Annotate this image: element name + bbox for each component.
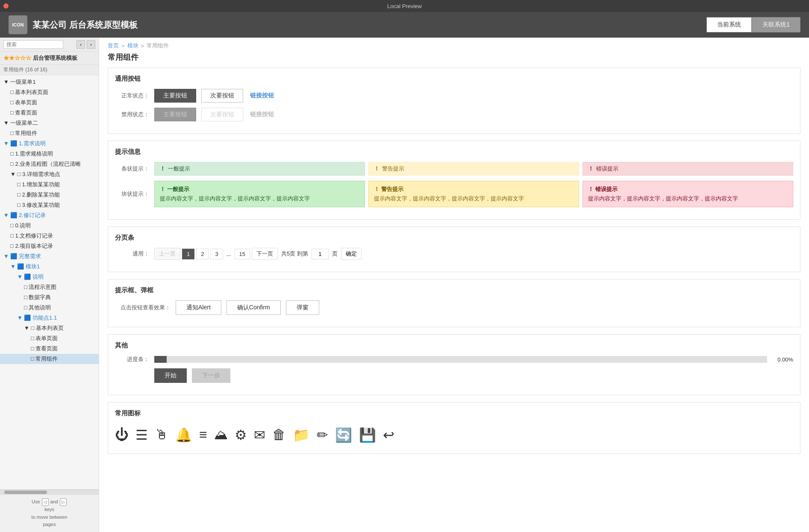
header-title: 某某公司 后台系统原型模板 <box>32 19 138 31</box>
tree-item-req-edit[interactable]: □ 3.修改某某功能 <box>0 200 99 210</box>
section-pagination: 分页条 通用： 上一页 1 2 3 ... 15 下一页 共5页 到第 页 <box>108 226 800 272</box>
progress-bar-container <box>154 356 767 363</box>
alert-block-error: ！ 错误提示 提示内容文字，提示内容文字，提示内容文字，提示内容文字 <box>582 181 793 207</box>
tab-current-system[interactable]: 当前系统 <box>706 17 752 32</box>
company-icon: ICON <box>9 15 27 34</box>
page-1-btn[interactable]: 1 <box>182 249 194 259</box>
page-next-btn[interactable]: 下一页 <box>252 248 278 260</box>
page-3-btn[interactable]: 3 <box>210 249 223 259</box>
bar-alert-label: 条状提示： <box>115 165 149 173</box>
progress-bar-fill <box>154 356 167 363</box>
tree-item-common-components-selected[interactable]: □ 常用组件 <box>0 354 99 364</box>
icons-row: ⏻ ☰ 🖱 🔔 ≡ ⛰ ⚙ ✉ 🗑 📁 ✏ 🔄 💾 ↩ <box>115 423 793 447</box>
icon-folder: 📁 <box>293 427 310 443</box>
app-header: ICON 某某公司 后台系统原型模板 当前系统 关联系统1 <box>0 12 809 38</box>
breadcrumb-home[interactable]: 首页 <box>108 42 119 50</box>
page-2-btn[interactable]: 2 <box>196 249 209 259</box>
start-btn[interactable]: 开始 <box>154 368 187 383</box>
sidebar-scrollbar[interactable] <box>0 489 99 494</box>
sidebar-header: ‹ › <box>0 38 99 52</box>
close-btn[interactable] <box>3 3 9 9</box>
tree-item-data-dict[interactable]: □ 数据字典 <box>0 292 99 303</box>
sidebar-nav-btns: ‹ › <box>76 40 95 49</box>
page-prev-btn[interactable]: 上一页 <box>154 248 180 260</box>
tree-item-desc[interactable]: ▼ 🟦 说明 <box>0 272 99 282</box>
tree-item-flow-diagram[interactable]: □ 流程示意图 <box>0 282 99 292</box>
page-suffix: 页 <box>330 250 339 258</box>
icon-mountain: ⛰ <box>214 427 228 443</box>
page-title: 常用组件 <box>99 52 809 68</box>
primary-button[interactable]: 主要按钮 <box>154 89 196 103</box>
nav-prev-btn[interactable]: ‹ <box>76 40 85 49</box>
icon-menu: ☰ <box>135 427 148 443</box>
icon-edit: ✏ <box>317 427 328 443</box>
link-button-disabled: 链接按钮 <box>248 108 276 121</box>
tree-item-basic-list[interactable]: □ 基本列表页面 <box>0 87 99 97</box>
main-content: 首页 > 模块 > 常用组件 常用组件 通用按钮 正常状态： 主要按钮 次要按钮… <box>99 38 809 532</box>
tree-item-view-sub[interactable]: □ 查看页面 <box>0 344 99 354</box>
tree-item-req-add[interactable]: □ 1.增加某某功能 <box>0 179 99 190</box>
alert-error-text: 错误提示 <box>596 165 618 173</box>
secondary-button[interactable]: 次要按钮 <box>201 89 243 103</box>
primary-button-disabled: 主要按钮 <box>154 108 196 121</box>
section-alerts-title: 提示信息 <box>115 148 793 156</box>
section-pagination-title: 分页条 <box>115 234 793 242</box>
sidebar-stars: ★★☆☆☆ <box>3 55 31 61</box>
breadcrumb-sep2: > <box>141 43 144 49</box>
tree-item-view-page[interactable]: □ 查看页面 <box>0 108 99 118</box>
progress-row: 进度条： 0.00% <box>115 356 793 363</box>
nav-next-btn[interactable]: › <box>87 40 95 49</box>
icon-gear: ⚙ <box>235 427 247 443</box>
page-jump-input[interactable] <box>312 249 329 259</box>
tree-item-revision[interactable]: ▼ 🟦 2.修订记录 <box>0 210 99 220</box>
buttons-normal-row: 正常状态： 主要按钮 次要按钮 链接按钮 <box>115 89 793 103</box>
tree-item-req-flow[interactable]: □ 2.业务流程图（流程已清晰 <box>0 159 99 169</box>
bar-alerts: ！ 一般提示 ！ 警告提示 ！ 错误提示 <box>154 162 793 176</box>
page-confirm-btn[interactable]: 确定 <box>341 248 362 260</box>
tree-item-form-page[interactable]: □ 表单页面 <box>0 97 99 108</box>
tree-item-common-components-1[interactable]: □ 常用组件 <box>0 128 99 138</box>
tree-item-req-del[interactable]: □ 2.删除某某功能 <box>0 190 99 200</box>
sidebar-counter: 常用组件 (16 of 16) <box>0 65 99 75</box>
breadcrumb-current: 常用组件 <box>147 42 169 50</box>
tree-item-other-desc[interactable]: □ 其他说明 <box>0 303 99 313</box>
progress-text: 0.00% <box>777 356 793 363</box>
alert-btn[interactable]: 通知Alert <box>176 300 221 315</box>
tab-related-system[interactable]: 关联系统1 <box>752 17 800 32</box>
alert-block-general-title: ！ 一般提示 <box>160 185 359 193</box>
tree-item-rev-note[interactable]: □ 0.说明 <box>0 220 99 231</box>
tree-item-rev-doc[interactable]: □ 1.文档修订记录 <box>0 231 99 241</box>
breadcrumb: 首页 > 模块 > 常用组件 <box>99 38 809 52</box>
pagination-label: 通用： <box>115 250 149 258</box>
alert-warning-icon: ！ <box>374 165 379 173</box>
tree-item-req[interactable]: ▼ 🟦 1.需求说明 <box>0 138 99 149</box>
tree-item-form-sub[interactable]: □ 表单页面 <box>0 333 99 344</box>
alerts-bar-row: 条状提示： ！ 一般提示 ！ 警告提示 ！ 错误提示 <box>115 162 793 176</box>
page-last-btn[interactable]: 15 <box>235 249 250 259</box>
dialogs-label: 点击按钮查看效果： <box>115 304 171 312</box>
confirm-btn[interactable]: 确认Confirm <box>227 300 281 315</box>
alert-block-error-icon: ！ <box>588 186 594 192</box>
sidebar-tree[interactable]: ▼ 一级菜单1 □ 基本列表页面 □ 表单页面 □ 查看页面 ▼ 一级菜单二 □… <box>0 75 99 489</box>
tree-item-list-page[interactable]: ▼ □ 基本列表页 <box>0 323 99 333</box>
alert-error-icon: ！ <box>588 165 594 173</box>
tree-item-module1[interactable]: ▼ 🟦 模块1 <box>0 262 99 272</box>
breadcrumb-module[interactable]: 模块 <box>127 42 138 50</box>
tree-item-req-detail[interactable]: ▼ □ 3.详细需求地点 <box>0 169 99 179</box>
tree-item-menu2[interactable]: ▼ 一级菜单二 <box>0 118 99 128</box>
header-tabs: 当前系统 关联系统1 <box>706 17 800 32</box>
tree-item-menu1[interactable]: ▼ 一级菜单1 <box>0 77 99 87</box>
tree-item-full-req[interactable]: ▼ 🟦 完整需求 <box>0 251 99 262</box>
icon-list: ≡ <box>199 427 207 443</box>
section-dialogs-title: 提示框、弹框 <box>115 286 793 294</box>
search-input[interactable] <box>3 40 63 49</box>
link-button[interactable]: 链接按钮 <box>248 89 276 102</box>
tree-item-feature1[interactable]: ▼ 🟦 功能点1.1 <box>0 313 99 323</box>
modal-btn[interactable]: 弹窗 <box>286 300 319 315</box>
alert-block-error-text: 提示内容文字，提示内容文字，提示内容文字，提示内容文字 <box>588 195 788 203</box>
tree-item-req-spec[interactable]: □ 1.需求规格说明 <box>0 149 99 159</box>
secondary-button-disabled: 次要按钮 <box>201 108 243 121</box>
icon-undo: ↩ <box>383 427 394 443</box>
sidebar-scroll-thumb[interactable] <box>4 491 47 494</box>
tree-item-rev-ver[interactable]: □ 2.项目版本记录 <box>0 241 99 251</box>
